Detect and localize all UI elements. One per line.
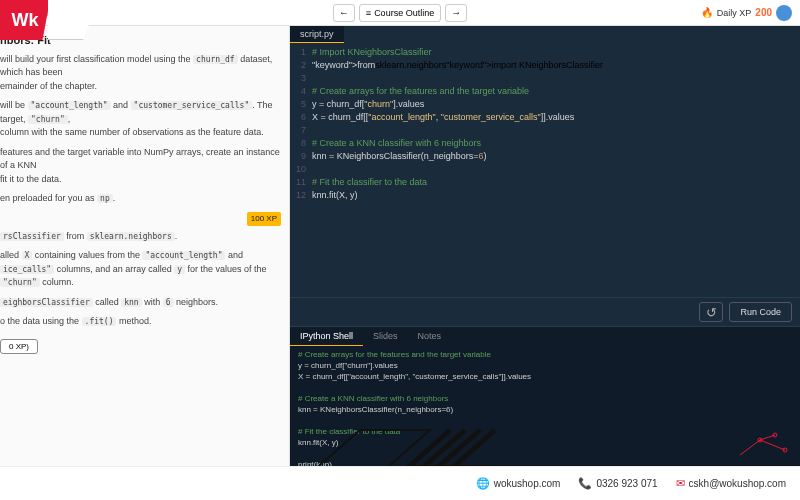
xp-reward: 100 XP bbox=[247, 212, 281, 226]
hint-button[interactable]: 0 XP) bbox=[0, 339, 38, 354]
outline-label: Course Outline bbox=[374, 8, 434, 18]
editor-tab[interactable]: script.py bbox=[290, 26, 344, 43]
next-button[interactable]: → bbox=[445, 4, 467, 22]
footer-contact: 🌐wokushop.com 📞0326 923 071 ✉cskh@wokush… bbox=[0, 466, 800, 500]
phone-icon: 📞 bbox=[578, 477, 592, 490]
shell-tab-ipython-shell[interactable]: IPython Shell bbox=[290, 327, 363, 346]
code-editor[interactable]: 1# Import KNeighborsClassifier2"keyword"… bbox=[290, 43, 800, 297]
brand-logo: Wk bbox=[0, 0, 50, 40]
globe-icon: 🌐 bbox=[476, 477, 490, 490]
shell-tabs: IPython ShellSlidesNotes bbox=[290, 326, 800, 346]
xp-value: 200 bbox=[755, 7, 772, 18]
course-outline-button[interactable]: ≡ Course Outline bbox=[359, 4, 441, 22]
mail-icon: ✉ bbox=[676, 477, 685, 490]
shell-tab-slides[interactable]: Slides bbox=[363, 327, 408, 346]
website: wokushop.com bbox=[494, 478, 561, 489]
ipython-shell[interactable]: # Create arrays for the features and the… bbox=[290, 346, 800, 466]
prev-button[interactable]: ← bbox=[333, 4, 355, 22]
list-icon: ≡ bbox=[366, 8, 371, 18]
reset-button[interactable]: ↺ bbox=[699, 302, 723, 322]
xp-label: Daily XP bbox=[717, 8, 752, 18]
run-code-button[interactable]: Run Code bbox=[729, 302, 792, 322]
email: cskh@wokushop.com bbox=[689, 478, 786, 489]
undo-icon: ↺ bbox=[706, 305, 717, 320]
fire-icon: 🔥 bbox=[701, 7, 713, 18]
top-bar: g with scikit-learn ← ≡ Course Outline →… bbox=[0, 0, 800, 26]
instructions-panel: hbors: Fit will build your first classif… bbox=[0, 26, 290, 466]
avatar[interactable] bbox=[776, 5, 792, 21]
phone: 0326 923 071 bbox=[596, 478, 657, 489]
shell-tab-notes[interactable]: Notes bbox=[408, 327, 452, 346]
